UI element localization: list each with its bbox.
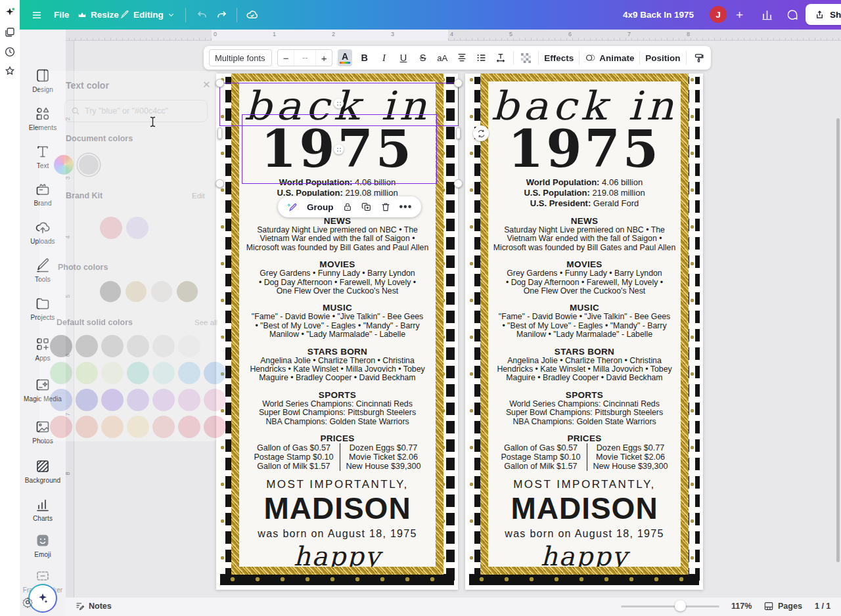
default-color-swatch[interactable] [204, 389, 226, 411]
text-case-button[interactable]: aA [435, 49, 449, 66]
resize-menu[interactable]: Resize [78, 10, 119, 20]
rotate-handle[interactable] [473, 125, 489, 141]
default-color-swatch[interactable] [204, 335, 226, 357]
insights-button[interactable] [761, 9, 773, 21]
magic-edit-icon[interactable] [287, 202, 298, 213]
lock-icon[interactable] [342, 202, 353, 212]
brand-color-swatch[interactable] [126, 217, 148, 239]
effects-button[interactable]: Effects [544, 53, 574, 63]
canva-logo-icon[interactable] [4, 7, 16, 18]
default-color-swatch[interactable] [178, 362, 200, 384]
default-color-swatch[interactable] [127, 389, 149, 411]
default-color-swatch[interactable] [127, 362, 149, 384]
starred-icon[interactable] [4, 65, 16, 77]
default-color-swatch[interactable] [50, 335, 72, 357]
poster-content[interactable]: back in1975World Population: 4.06 billio… [488, 81, 681, 567]
zoom-slider-track[interactable] [621, 605, 719, 607]
font-size-value[interactable]: -- [294, 50, 316, 66]
default-color-swatch[interactable] [127, 416, 149, 438]
panel-close-button[interactable]: ✕ [202, 79, 211, 91]
hamburger-menu-button[interactable] [31, 9, 43, 21]
animate-button[interactable]: Animate [585, 53, 634, 63]
default-color-swatch[interactable] [50, 416, 72, 438]
add-color-swatch[interactable] [54, 155, 74, 175]
transparency-button[interactable] [519, 49, 534, 66]
sidebar-item-background[interactable]: Background [20, 458, 66, 484]
brand-kit-edit-link[interactable]: Edit [192, 192, 205, 200]
file-menu[interactable]: File [54, 10, 69, 20]
default-color-swatch[interactable] [152, 389, 175, 411]
avatar[interactable]: J [710, 6, 727, 23]
redo-button[interactable] [216, 9, 228, 21]
default-color-swatch[interactable] [204, 416, 226, 438]
default-color-swatch[interactable] [178, 389, 200, 411]
default-color-swatch[interactable] [152, 362, 175, 384]
default-color-swatch[interactable] [76, 416, 98, 438]
delete-icon[interactable] [380, 202, 391, 212]
zoom-slider-knob[interactable] [675, 600, 686, 611]
copy-style-button[interactable] [691, 49, 706, 66]
more-options-button[interactable]: ••• [399, 201, 413, 213]
default-color-swatch[interactable] [76, 389, 98, 411]
selection-handle-right[interactable] [456, 127, 461, 139]
selection-handle-top-left[interactable] [216, 79, 224, 87]
text-drag-handle[interactable] [334, 99, 344, 108]
canvas-scrollbar[interactable] [836, 118, 840, 562]
bold-button[interactable]: B [357, 49, 372, 66]
default-color-swatch[interactable] [152, 335, 175, 357]
document-color-swatch[interactable] [79, 155, 99, 175]
photo-color-swatch[interactable] [100, 281, 121, 302]
font-selector[interactable]: Multiple fonts [209, 49, 272, 66]
photo-color-swatch[interactable] [177, 281, 198, 302]
default-color-swatch[interactable] [127, 335, 149, 357]
photo-color-swatch[interactable] [125, 281, 147, 302]
poster-page-2[interactable]: back in1975World Population: 4.06 billio… [465, 74, 703, 590]
color-search-input[interactable]: Try "blue" or "#00c4cc" [64, 100, 208, 122]
selection-handle-bottom-right[interactable] [454, 179, 463, 188]
selection-handle-top-right[interactable] [454, 79, 463, 87]
group-button[interactable]: Group [307, 202, 334, 212]
underline-button[interactable]: U [396, 49, 411, 66]
sidebar-item-emoji[interactable]: Emoji [20, 533, 66, 558]
settings-gear-icon[interactable] [22, 596, 34, 608]
pages-button[interactable]: Pages [763, 601, 802, 611]
default-color-swatch[interactable] [204, 362, 226, 384]
default-color-swatch[interactable] [76, 362, 98, 384]
default-color-swatch[interactable] [76, 335, 98, 357]
italic-button[interactable]: I [377, 49, 392, 66]
default-color-swatch[interactable] [101, 416, 124, 438]
sidebar-item-charts[interactable]: Charts [20, 496, 66, 522]
strikethrough-button[interactable]: S [416, 49, 430, 66]
brand-color-swatch[interactable] [100, 217, 122, 239]
invite-member-button[interactable]: + [736, 8, 743, 22]
font-size-increase-button[interactable]: + [316, 53, 332, 64]
default-color-swatch[interactable] [178, 416, 200, 438]
default-color-swatch[interactable] [152, 416, 175, 438]
notes-button[interactable]: Notes [75, 601, 112, 611]
selection-handle-bottom-left[interactable] [216, 179, 224, 188]
font-size-decrease-button[interactable]: − [278, 53, 294, 64]
duplicate-icon[interactable] [361, 202, 372, 212]
design-title[interactable]: 4x9 Back In 1975 [623, 10, 694, 20]
default-color-swatch[interactable] [178, 335, 200, 357]
editing-mode-dropdown[interactable]: Editing [120, 10, 175, 20]
default-color-swatch[interactable] [101, 362, 124, 384]
position-button[interactable]: Position [645, 53, 680, 63]
selection-handle-left[interactable] [217, 127, 222, 139]
default-color-swatch[interactable] [101, 389, 124, 411]
comments-button[interactable] [786, 9, 799, 22]
default-color-swatch[interactable] [101, 335, 124, 357]
default-color-swatch[interactable] [50, 362, 72, 384]
zoom-level[interactable]: 117% [731, 602, 752, 611]
text-color-button[interactable]: A [338, 49, 352, 66]
alignment-button[interactable] [455, 49, 469, 66]
text-spacing-button[interactable] [493, 49, 508, 66]
templates-icon[interactable] [4, 26, 16, 38]
cloud-save-status[interactable] [246, 9, 259, 22]
default-color-swatch[interactable] [50, 389, 72, 411]
list-button[interactable] [474, 49, 489, 66]
text-drag-handle[interactable] [334, 144, 344, 154]
photo-color-swatch[interactable] [151, 281, 172, 302]
share-button[interactable]: Share [806, 4, 841, 25]
see-all-link[interactable]: See all [194, 319, 217, 326]
